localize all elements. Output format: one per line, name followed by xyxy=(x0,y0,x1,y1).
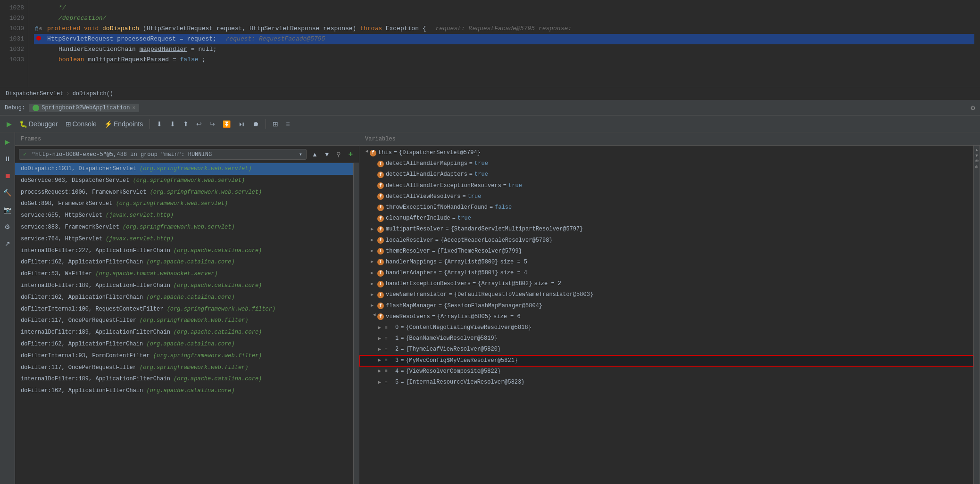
close-session-button[interactable]: × xyxy=(132,105,135,111)
frame-item-19[interactable]: doFilter:162, ApplicationFilterChain (or… xyxy=(15,385,353,397)
thread-selector[interactable]: ✓ "http-nio-8080-exec-5"@5,488 in group … xyxy=(15,146,359,163)
variable-item-f11[interactable]: ▶fhandlerAdapters = {ArrayList@5801}size… xyxy=(359,268,973,279)
expand-icon: ▶ xyxy=(371,291,377,299)
frame-class: (org.springframework.web.servlet) xyxy=(150,189,262,196)
variable-item-f14[interactable]: ▶fflashMapManager = {SessionFlashMapMana… xyxy=(359,301,973,312)
variable-item-f6[interactable]: fcleanupAfterInclude = true xyxy=(359,213,973,224)
variable-item-f4[interactable]: fdetectAllViewResolvers = true xyxy=(359,191,973,202)
debugger-tab[interactable]: 🐛 Debugger xyxy=(17,118,61,130)
variable-item-f15[interactable]: ▼fviewResolvers = {ArrayList@5805}size =… xyxy=(359,312,973,322)
code-line-1032: HandlerExecutionChain mappedHandler = nu… xyxy=(34,44,974,55)
frames-button[interactable]: ⏬ xyxy=(220,118,233,130)
variable-equals: = xyxy=(439,269,442,278)
arrow-button[interactable]: ↗ xyxy=(2,238,13,249)
variable-equals: = xyxy=(503,181,507,190)
frame-item-0[interactable]: doDispatch:1031, DispatcherServlet (org.… xyxy=(15,163,353,175)
frame-class: (org.springframework.web.filter) xyxy=(167,306,275,312)
play-pause-button[interactable]: ▶ xyxy=(2,136,13,148)
variable-item-f5[interactable]: fthrowExceptionIfNoHandlerFound = false xyxy=(359,202,973,213)
frame-item-2[interactable]: processRequest:1006, FrameworkServlet (o… xyxy=(15,187,353,198)
frame-item-5[interactable]: service:883, FrameworkServlet (org.sprin… xyxy=(15,221,353,233)
evaluate-button[interactable]: ↪ xyxy=(207,118,218,130)
step-out-button[interactable]: ⬆ xyxy=(180,118,191,130)
vars-zoom-button[interactable]: ⊕ xyxy=(975,164,979,169)
breadcrumb-item-1[interactable]: DispatcherServlet xyxy=(6,90,63,97)
frame-item-18[interactable]: internalDoFilter:189, ApplicationFilterC… xyxy=(15,373,353,385)
camera-button[interactable]: 📷 xyxy=(2,204,13,215)
settings-gear-icon[interactable]: ⚙ xyxy=(971,103,975,113)
variable-item-f1[interactable]: fdetectAllHandlerMappings = true xyxy=(359,158,973,169)
run-to-cursor-button[interactable]: ↩ xyxy=(193,118,205,130)
field-type-icon: f xyxy=(377,303,384,309)
variable-item-f15-4[interactable]: ▶≡4 = {ViewResolverComposite@5822} xyxy=(359,366,973,377)
frames-scrollbar[interactable] xyxy=(353,163,359,484)
step-over-button[interactable]: ⬇ xyxy=(154,118,165,130)
variable-value: true xyxy=(457,214,471,223)
expand-icon: ▶ xyxy=(378,346,385,353)
console-tab[interactable]: ⊞ Console xyxy=(63,118,100,130)
stop-button[interactable]: ⏹ xyxy=(2,170,13,181)
frame-item-14[interactable]: internalDoFilter:189, ApplicationFilterC… xyxy=(15,327,353,338)
thread-filter-button[interactable]: ⚲ xyxy=(334,149,343,159)
frame-item-1[interactable]: doService:963, DispatcherServlet (org.sp… xyxy=(15,175,353,187)
variable-item-f15-2[interactable]: ▶≡2 = {ThymeleafViewResolver@5820} xyxy=(359,344,973,355)
frame-item-13[interactable]: doFilter:117, OncePerRequestFilter (org.… xyxy=(15,315,353,327)
variable-equals: = xyxy=(473,279,476,288)
frame-item-3[interactable]: doGet:898, FrameworkServlet (org.springf… xyxy=(15,198,353,210)
endpoints-tab[interactable]: ⚡ Endpoints xyxy=(101,118,146,130)
field-type-icon: f xyxy=(377,215,384,222)
variable-item-f7[interactable]: ▶fmultipartResolver = {StandardServletMu… xyxy=(359,224,973,235)
variable-item-f2[interactable]: fdetectAllHandlerAdapters = true xyxy=(359,169,973,180)
frame-item-16[interactable]: doFilterInternal:93, FormContentFilter (… xyxy=(15,350,353,362)
frame-class: (org.apache.catalina.core) xyxy=(174,376,262,382)
frame-name: doFilterInternal:100, RequestContextFilt… xyxy=(21,306,163,312)
variable-item-this-var[interactable]: ▼fthis = {DispatcherServlet@5794} xyxy=(359,148,973,158)
session-tab[interactable]: Springboot02WebApplication × xyxy=(29,104,139,112)
frames-header: Frames xyxy=(15,132,359,146)
vars-eye-button[interactable]: 👁 xyxy=(975,159,979,164)
variable-item-f15-1[interactable]: ▶≡1 = {BeanNameViewResolver@5819} xyxy=(359,333,973,344)
variable-item-f13[interactable]: ▶fviewNameTranslator = {DefaultRequestTo… xyxy=(359,289,973,300)
thread-down-button[interactable]: ▼ xyxy=(322,149,332,159)
breakpoints-button[interactable]: ⏺ xyxy=(249,118,262,130)
frame-item-9[interactable]: doFilter:53, WsFilter (org.apache.tomcat… xyxy=(15,268,353,280)
vars-down-button[interactable]: ▼ xyxy=(975,153,979,158)
pause-button[interactable]: ⏸ xyxy=(2,153,13,164)
vars-up-button[interactable]: ▲ xyxy=(975,148,979,152)
frame-item-6[interactable]: service:764, HttpServlet (javax.servlet.… xyxy=(15,233,353,245)
breadcrumb-item-2[interactable]: doDispatch() xyxy=(73,90,113,97)
resume-button[interactable]: ▶ xyxy=(4,118,15,130)
table-view-button[interactable]: ⊞ xyxy=(270,118,281,130)
list-view-button[interactable]: ≡ xyxy=(283,118,292,130)
variable-equals: = xyxy=(449,290,452,299)
settings-button[interactable]: ⚙ xyxy=(2,221,13,232)
watch-button[interactable]: ⏯ xyxy=(235,118,248,130)
variable-item-f8[interactable]: ▶flocaleResolver = {AcceptHeaderLocaleRe… xyxy=(359,235,973,246)
expand-icon: ▶ xyxy=(371,247,377,255)
frame-item-11[interactable]: doFilter:162, ApplicationFilterChain (or… xyxy=(15,292,353,304)
variable-item-f10[interactable]: ▶fhandlerMappings = {ArrayList@5800}size… xyxy=(359,257,973,268)
frame-item-4[interactable]: service:655, HttpServlet (javax.servlet.… xyxy=(15,210,353,221)
frame-item-10[interactable]: internalDoFilter:189, ApplicationFilterC… xyxy=(15,280,353,292)
thread-up-button[interactable]: ▲ xyxy=(309,149,320,159)
add-frame-button[interactable]: + xyxy=(346,148,355,160)
variable-name: 2 xyxy=(395,345,399,354)
variable-item-f15-3[interactable]: ▶≡3 = {MyMvcConfig$MyViewResolver@5821} xyxy=(359,355,973,366)
frame-item-12[interactable]: doFilterInternal:100, RequestContextFilt… xyxy=(15,304,353,315)
variable-value: {ThymeleafViewResolver@5820} xyxy=(406,345,501,354)
step-into-button[interactable]: ⬇ xyxy=(167,118,178,130)
frame-item-15[interactable]: doFilter:162, ApplicationFilterChain (or… xyxy=(15,338,353,350)
frame-class: (org.springframework.web.filter) xyxy=(153,353,262,359)
frame-item-8[interactable]: doFilter:162, ApplicationFilterChain (or… xyxy=(15,256,353,268)
variable-name: flashMapManager xyxy=(386,302,437,311)
variable-item-f3[interactable]: fdetectAllHandlerExceptionResolvers = tr… xyxy=(359,180,973,191)
frame-item-17[interactable]: doFilter:117, OncePerRequestFilter (org.… xyxy=(15,362,353,374)
variable-item-f15-0[interactable]: ▶≡0 = {ContentNegotiatingViewResolver@58… xyxy=(359,322,973,333)
debugger-icon: 🐛 xyxy=(19,120,27,128)
variable-item-f9[interactable]: ▶fthemeResolver = {FixedThemeResolver@57… xyxy=(359,246,973,257)
frame-item-7[interactable]: internalDoFilter:227, ApplicationFilterC… xyxy=(15,245,353,257)
build-button[interactable]: 🔨 xyxy=(2,187,13,198)
variable-item-f12[interactable]: ▶fhandlerExceptionResolvers = {ArrayList… xyxy=(359,279,973,289)
thread-dropdown[interactable]: ✓ "http-nio-8080-exec-5"@5,488 in group … xyxy=(19,149,307,160)
variable-item-f15-5[interactable]: ▶≡5 = {InternalResourceViewResolver@5823… xyxy=(359,377,973,388)
